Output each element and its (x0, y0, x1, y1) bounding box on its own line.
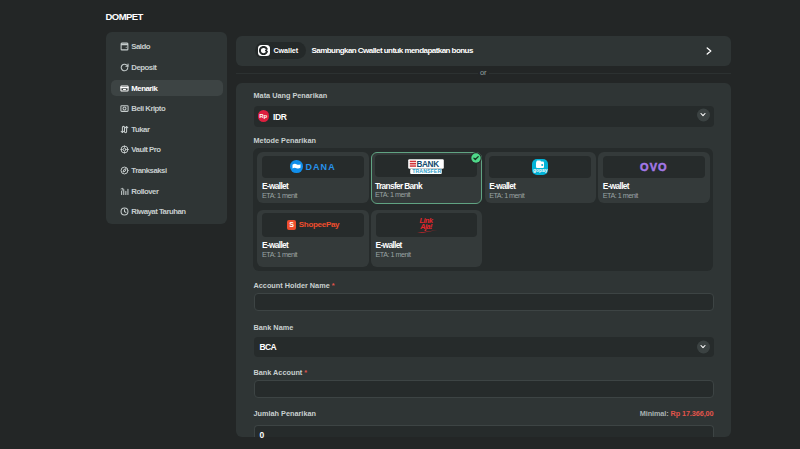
svg-text:Aja!: Aja! (419, 223, 433, 232)
svg-text:TRANSFER: TRANSFER (412, 168, 441, 174)
